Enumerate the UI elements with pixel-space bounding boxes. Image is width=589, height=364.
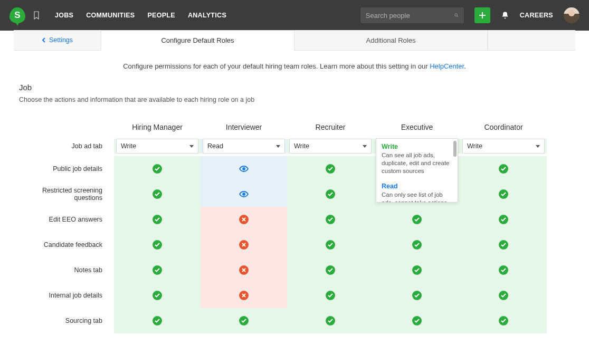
select-coordinator[interactable]: Write <box>462 139 545 154</box>
chevron-down-icon <box>189 145 194 148</box>
nav-people[interactable]: PEOPLE <box>147 12 175 19</box>
permission-cell[interactable] <box>374 308 460 333</box>
role-header-coordinator: Coordinator <box>460 118 547 136</box>
topbar: S JOBS COMMUNITIES PEOPLE ANALYTICS CARE… <box>0 0 589 31</box>
permission-cell[interactable] <box>287 257 374 283</box>
select-recruiter[interactable]: Write <box>289 139 372 154</box>
permission-cell[interactable] <box>460 283 547 308</box>
settings-tabs: Settings Configure Default Roles Additio… <box>14 30 575 51</box>
permission-cell[interactable] <box>114 232 201 257</box>
permission-cell[interactable] <box>287 207 374 232</box>
permission-cell[interactable] <box>287 232 374 257</box>
select-value: Write <box>294 142 309 150</box>
helpcenter-link[interactable]: HelpCenter <box>430 62 464 70</box>
notification-bell-icon[interactable] <box>501 11 509 20</box>
permission-cell[interactable] <box>287 156 374 181</box>
permission-cell[interactable] <box>460 156 547 181</box>
permission-cell[interactable] <box>201 156 287 181</box>
permission-cell[interactable] <box>460 308 547 333</box>
check-icon <box>412 265 422 275</box>
search-icon <box>454 12 459 19</box>
dropdown-option-read[interactable]: Read Can only see list of job ads, canno… <box>376 178 458 203</box>
dropdown-scrollbar[interactable] <box>453 141 457 157</box>
permission-cell[interactable] <box>201 181 287 207</box>
permission-cell[interactable] <box>374 232 460 257</box>
select-hiring-manager[interactable]: Write <box>116 139 198 154</box>
check-icon <box>499 164 508 174</box>
row-label: Edit EEO answers <box>14 207 114 232</box>
permission-cell[interactable] <box>114 283 201 308</box>
check-icon <box>153 215 162 224</box>
permission-cell[interactable] <box>114 181 201 207</box>
permission-cell[interactable] <box>460 232 547 257</box>
permission-cell[interactable] <box>114 308 201 333</box>
permission-cell[interactable] <box>460 181 547 207</box>
x-icon <box>239 240 249 250</box>
plus-icon <box>479 12 486 19</box>
permission-cell[interactable] <box>374 207 460 232</box>
permission-cell[interactable] <box>201 283 287 308</box>
tab-configure-default-roles[interactable]: Configure Default Roles <box>101 30 294 51</box>
chevron-left-icon <box>42 37 46 43</box>
check-icon <box>326 164 335 174</box>
check-icon <box>326 215 335 224</box>
permission-cell[interactable] <box>460 257 547 283</box>
permission-cell[interactable] <box>201 257 287 283</box>
permission-cell[interactable] <box>287 181 374 207</box>
permission-cell[interactable] <box>374 257 460 283</box>
permission-cell[interactable] <box>201 232 287 257</box>
nav-jobs[interactable]: JOBS <box>55 12 73 19</box>
executive-dropdown[interactable]: Write Can see all job ads, duplicate, ed… <box>376 138 458 203</box>
table-row: Internal job details <box>14 283 575 308</box>
permission-cell[interactable] <box>114 207 201 232</box>
section-title-job: Job <box>14 83 575 92</box>
table-row: Notes tab <box>14 257 575 283</box>
row-label: Restricted screening questions <box>14 181 114 207</box>
back-to-settings[interactable]: Settings <box>14 30 101 50</box>
table-row: Candidate feedback <box>14 232 575 257</box>
eye-icon <box>239 166 249 172</box>
permission-cell[interactable] <box>114 156 201 181</box>
permission-cell[interactable] <box>114 257 201 283</box>
permission-cell[interactable] <box>201 308 287 333</box>
role-header-hiring-manager: Hiring Manager <box>114 118 201 136</box>
permission-cell[interactable] <box>374 283 460 308</box>
check-icon <box>326 291 335 300</box>
svg-point-1 <box>243 168 245 170</box>
check-icon <box>499 189 508 199</box>
add-button[interactable] <box>474 7 490 23</box>
option-desc: Can see all job ads, duplicate, edit and… <box>382 151 452 175</box>
table-row: Public job details <box>14 156 575 181</box>
nav-communities[interactable]: COMMUNITIES <box>86 12 135 19</box>
tab-filler <box>488 30 575 50</box>
select-value: Write <box>121 142 136 150</box>
x-icon <box>239 291 249 300</box>
grid-select-row: Job ad tab Write Read Write Write Write <box>14 136 575 156</box>
permission-cell[interactable] <box>460 207 547 232</box>
check-icon <box>153 316 162 325</box>
check-icon <box>499 265 508 275</box>
careers-link[interactable]: CAREERS <box>520 12 553 19</box>
grid-header-row: Hiring Manager Interviewer Recruiter Exe… <box>14 118 575 136</box>
user-avatar[interactable] <box>564 7 580 23</box>
bookmark-icon[interactable] <box>33 11 40 20</box>
permission-cell[interactable] <box>287 283 374 308</box>
check-icon <box>153 164 162 174</box>
option-title: Write <box>382 143 452 150</box>
dropdown-option-write[interactable]: Write Can see all job ads, duplicate, ed… <box>376 139 458 178</box>
nav-analytics[interactable]: ANALYTICS <box>188 12 226 19</box>
tab-additional-roles[interactable]: Additional Roles <box>294 30 488 50</box>
check-icon <box>153 265 162 275</box>
permission-cell[interactable] <box>201 207 287 232</box>
app-logo[interactable]: S <box>10 7 25 23</box>
select-interviewer[interactable]: Read <box>203 139 285 154</box>
select-value: Write <box>467 142 482 150</box>
search-input[interactable] <box>366 12 454 20</box>
section-desc-job: Choose the actions and information that … <box>14 96 575 103</box>
search-box[interactable] <box>360 7 464 23</box>
check-icon <box>412 215 422 224</box>
svg-point-0 <box>455 14 458 16</box>
permission-cell[interactable] <box>287 308 374 333</box>
check-icon <box>412 240 422 250</box>
check-icon <box>326 265 335 275</box>
